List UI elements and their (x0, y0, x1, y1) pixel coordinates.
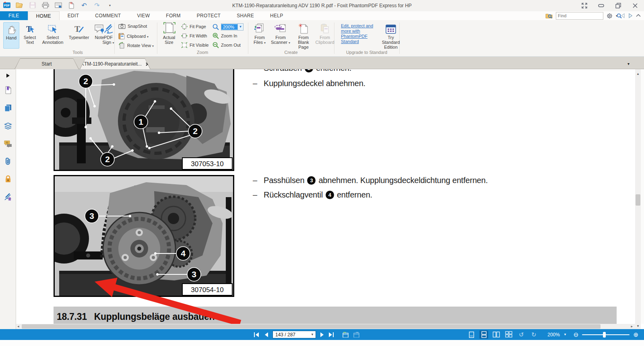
zoom-in-button[interactable]: Zoom In (213, 33, 237, 39)
signature-icon[interactable] (4, 193, 12, 201)
zoom-slider-handle[interactable] (603, 332, 606, 338)
previous-page-button[interactable] (264, 331, 268, 339)
zoom-dropdown-icon[interactable]: ▼ (564, 333, 567, 336)
scroll-left-icon[interactable]: ◂ (17, 324, 19, 329)
tab-share[interactable]: SHARE (229, 11, 262, 20)
tab-edit[interactable]: EDIT (60, 11, 87, 20)
tools-group-label: Tools (23, 50, 132, 55)
doc-tab-start[interactable]: Start (14, 58, 79, 69)
zoom-slider[interactable] (582, 334, 630, 335)
bookmarks-icon[interactable] (4, 86, 12, 94)
close-icon[interactable] (630, 2, 640, 10)
tab-file[interactable]: FILE (0, 11, 28, 20)
facing-view-button[interactable] (492, 330, 501, 339)
fullscreen-icon[interactable] (580, 2, 589, 10)
next-view-history-button[interactable] (353, 331, 360, 339)
new-document-button[interactable]: ✳ (67, 1, 76, 10)
from-files-button[interactable]: From Files (251, 22, 268, 45)
next-page-button[interactable] (320, 331, 324, 339)
horizontal-scroll-thumb[interactable] (22, 324, 601, 329)
scroll-down-icon[interactable]: ▾ (635, 324, 641, 328)
comments-icon[interactable] (4, 140, 12, 148)
scroll-up-icon[interactable]: ▴ (635, 72, 641, 76)
zoom-level-row: 200%▼ (213, 23, 244, 31)
window-controls (580, 0, 640, 11)
settings-dropdown-icon[interactable]: ▾ (616, 14, 617, 18)
zoom-level-combo[interactable]: 200%▼ (221, 23, 244, 31)
save-button[interactable] (28, 1, 37, 10)
open-file-button[interactable] (15, 1, 24, 10)
doc-tab-ktm[interactable]: KTM-1190-Reparaturanleit... (80, 58, 151, 69)
tab-comment[interactable]: COMMENT (87, 11, 129, 20)
clipboard-button[interactable]: Clipboard (118, 33, 149, 39)
zoom-out-circle-icon[interactable]: ⊖ (574, 331, 579, 339)
next-view-icon[interactable] (628, 13, 633, 18)
snapshot-button[interactable]: SnapShot (118, 23, 147, 29)
from-scanner-button[interactable]: From Scanner (270, 22, 291, 45)
panel-expand-arrow-icon[interactable] (4, 72, 12, 80)
pdf-sign-button[interactable]: PDF Sign (101, 22, 115, 45)
customize-toolbar-dropdown-icon[interactable]: ▾ (105, 1, 114, 10)
fit-width-button[interactable]: Fit Width (181, 33, 207, 39)
tab-form[interactable]: FORM (158, 11, 189, 20)
previous-view-history-button[interactable] (342, 331, 349, 339)
try-standard-icon (385, 22, 396, 34)
continuous-view-button[interactable] (479, 330, 488, 339)
select-annotation-button[interactable]: Select Annotation (40, 22, 65, 45)
from-clipboard-button[interactable]: From Clipboard (316, 22, 334, 45)
tab-list-chevron-icon[interactable]: ▾ (627, 62, 630, 66)
last-page-button[interactable] (328, 331, 335, 339)
rotate-view-button[interactable]: Rotate View (118, 42, 154, 49)
print-button[interactable] (41, 1, 50, 10)
tab-help[interactable]: HELP (262, 11, 291, 20)
select-text-icon: T (25, 22, 35, 34)
layers-icon[interactable] (4, 122, 12, 130)
fit-visible-button[interactable]: Fit Visible (181, 42, 208, 48)
page-number-input[interactable] (273, 332, 309, 338)
vertical-scroll-thumb[interactable] (636, 194, 640, 206)
zoom-percentage[interactable]: 200% (547, 332, 560, 338)
figure-caption: 307053-10 (191, 160, 223, 168)
security-icon[interactable] (4, 175, 12, 183)
from-clipboard-icon (320, 22, 330, 34)
vertical-scrollbar[interactable]: ▴ ▾ (635, 69, 641, 329)
zoom-in-icon (213, 33, 219, 39)
rotate-left-icon[interactable]: ↺ (517, 330, 526, 339)
actual-size-button[interactable]: Actual Size (160, 22, 178, 45)
select-text-button[interactable]: T Select Text (21, 22, 39, 45)
rotate-right-icon[interactable]: ↻ (529, 330, 538, 339)
tab-view[interactable]: VIEW (129, 11, 158, 20)
find-box (556, 12, 603, 20)
typewriter-button[interactable]: T Typewriter (67, 22, 91, 40)
upgrade-link[interactable]: Edit, protect and more with PhantomPDF S… (341, 23, 382, 44)
first-page-button[interactable] (254, 331, 260, 339)
zoom-in-circle-icon[interactable]: ⊕ (633, 331, 638, 339)
continuous-facing-view-button[interactable] (504, 330, 513, 339)
document-viewport[interactable]: 2 1 2 2 307053-10 –Schrauben2entfernen. … (16, 69, 635, 324)
page-thumbnails-icon[interactable] (4, 104, 12, 112)
status-bar: ▼ ↺ ↻ 200% ▼ ⊖ ⊕ (0, 329, 644, 340)
email-button[interactable] (54, 1, 63, 10)
fit-page-button[interactable]: Fit Page (181, 23, 206, 30)
try-standard-button[interactable]: Try Standard Edition (383, 22, 398, 49)
zoom-level-value[interactable]: 200% (221, 24, 237, 30)
settings-gear-icon[interactable] (607, 13, 613, 19)
single-page-view-button[interactable] (467, 330, 476, 339)
previous-view-icon[interactable] (621, 13, 625, 18)
horizontal-scrollbar[interactable]: ◂ ▸ (16, 324, 635, 329)
undo-button[interactable]: ↶ (80, 1, 89, 10)
scroll-right-icon[interactable]: ▸ (631, 324, 633, 329)
tab-home[interactable]: HOME (28, 11, 60, 20)
zoom-level-dropdown-icon[interactable]: ▼ (237, 24, 243, 30)
redo-button[interactable]: ↷ (93, 1, 101, 10)
minimize-icon[interactable] (597, 2, 606, 10)
hand-tool-button[interactable]: Hand (3, 22, 19, 49)
tab-protect[interactable]: PROTECT (189, 11, 229, 20)
restore-icon[interactable] (613, 2, 623, 10)
page-dropdown-icon[interactable]: ▼ (309, 333, 316, 336)
from-blank-page-button[interactable]: ✳ From Blank Page (292, 22, 315, 49)
attachments-icon[interactable] (4, 157, 12, 165)
search-folder-icon[interactable] (545, 13, 553, 19)
zoom-out-button[interactable]: Zoom Out (213, 42, 241, 48)
collapse-ribbon-icon[interactable] (636, 14, 641, 17)
